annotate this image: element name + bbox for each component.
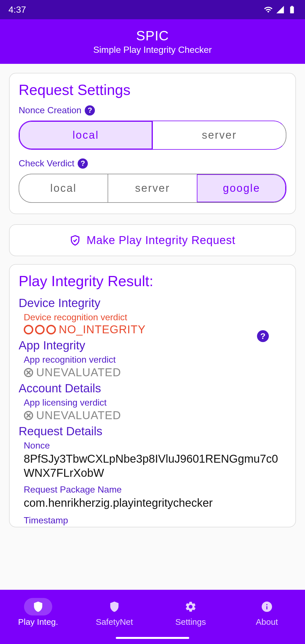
nonce-label: Nonce — [24, 440, 286, 451]
make-request-label: Make Play Integrity Request — [86, 234, 235, 247]
verdict-segmented-control: local server google — [19, 174, 286, 203]
device-recognition-label: Device recognition verdict — [24, 312, 286, 323]
account-verdict-row: UNEVALUATED — [24, 409, 286, 422]
app-bar: SPIC Simple Play Integrity Checker — [0, 19, 305, 64]
request-details-heading: Request Details — [19, 425, 286, 438]
shield-icon — [108, 601, 121, 613]
nav-settings[interactable]: Settings — [152, 590, 229, 644]
nav-label: Play Integ. — [18, 617, 58, 627]
battery-icon — [287, 5, 297, 14]
request-settings-card: Request Settings Nonce Creation ? local … — [9, 73, 296, 214]
app-licensing-label: App licensing verdict — [24, 397, 286, 408]
check-verdict-label: Check Verdict — [19, 158, 74, 169]
status-time: 4:37 — [8, 5, 26, 15]
verdict-option-local[interactable]: local — [19, 174, 108, 202]
app-integrity-heading: App Integrity — [19, 339, 286, 352]
timestamp-label: Timestamp — [24, 515, 286, 526]
nav-safetynet[interactable]: SafetyNet — [76, 590, 152, 644]
account-verdict-value: UNEVALUATED — [36, 409, 121, 422]
help-icon[interactable]: ? — [85, 105, 95, 116]
nonce-creation-label: Nonce Creation — [19, 105, 81, 116]
device-verdict-row: NO_INTEGRITY — [24, 323, 286, 336]
nav-label: About — [256, 617, 278, 627]
unevaluated-icon — [24, 411, 33, 420]
package-name-value: com.henrikherzig.playintegritychecker — [24, 496, 286, 510]
nonce-option-local[interactable]: local — [19, 121, 152, 149]
app-recognition-label: App recognition verdict — [24, 354, 286, 365]
nav-about[interactable]: About — [229, 590, 305, 644]
help-icon[interactable]: ? — [257, 330, 269, 342]
result-title: Play Integrity Result: — [19, 273, 286, 290]
bottom-nav: Play Integ. SafetyNet Settings About — [0, 590, 305, 644]
status-icons — [264, 5, 297, 14]
gear-icon — [184, 601, 197, 613]
verdict-option-google[interactable]: google — [197, 174, 286, 202]
verdict-option-server[interactable]: server — [108, 174, 197, 202]
device-integrity-heading: Device Integrity — [19, 296, 286, 310]
app-verdict-value: UNEVALUATED — [36, 366, 121, 379]
nav-label: Settings — [175, 617, 206, 627]
shield-check-icon — [69, 235, 81, 246]
device-verdict-value: NO_INTEGRITY — [59, 323, 146, 336]
shield-check-filled-icon — [32, 601, 44, 613]
nav-play-integrity[interactable]: Play Integ. — [0, 590, 76, 644]
nonce-creation-row: Nonce Creation ? — [19, 105, 286, 116]
unevaluated-icon — [24, 368, 33, 377]
app-title: SPIC — [136, 28, 169, 43]
home-indicator[interactable] — [116, 637, 189, 639]
nav-label: SafetyNet — [96, 617, 133, 627]
help-icon[interactable]: ? — [78, 158, 88, 169]
check-verdict-row: Check Verdict ? — [19, 158, 286, 169]
main-content: Request Settings Nonce Creation ? local … — [0, 64, 305, 590]
package-name-label: Request Package Name — [24, 484, 286, 495]
account-details-heading: Account Details — [19, 382, 286, 395]
integrity-circles-icon — [24, 325, 56, 334]
request-settings-title: Request Settings — [19, 81, 286, 98]
status-bar: 4:37 — [0, 0, 305, 19]
result-card: Play Integrity Result: Device Integrity … — [9, 264, 296, 527]
wifi-icon — [264, 5, 273, 14]
make-request-button[interactable]: Make Play Integrity Request — [9, 224, 296, 256]
nonce-option-server[interactable]: server — [152, 121, 286, 149]
app-verdict-row: UNEVALUATED — [24, 366, 286, 379]
info-icon — [261, 601, 273, 613]
app-subtitle: Simple Play Integrity Checker — [93, 45, 212, 55]
nonce-segmented-control: local server — [19, 121, 286, 150]
signal-icon — [276, 5, 285, 14]
nonce-value: 8PfSJy3TbwCXLpNbe3p8IVluJ9601RENGgmu7c0W… — [24, 452, 286, 480]
